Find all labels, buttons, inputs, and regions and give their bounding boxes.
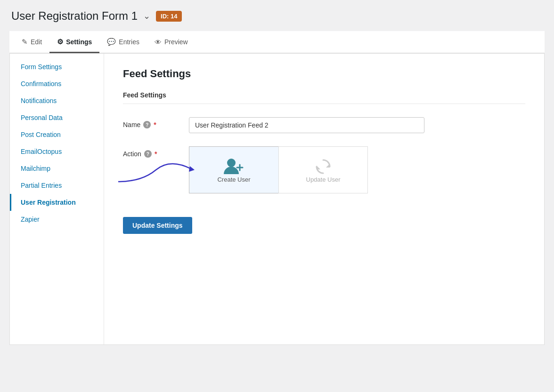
- action-update-user[interactable]: Update User: [278, 146, 368, 193]
- sidebar-item-user-registration[interactable]: User Registration: [10, 194, 104, 211]
- update-settings-button[interactable]: Update Settings: [123, 217, 192, 234]
- create-user-label: Create User: [217, 176, 250, 183]
- update-settings-wrapper: Update Settings: [123, 208, 525, 234]
- sidebar-item-partial-entries[interactable]: Partial Entries: [10, 177, 104, 194]
- section-label: Feed Settings: [123, 91, 525, 104]
- sidebar-item-mailchimp[interactable]: Mailchimp: [10, 160, 104, 177]
- action-options: Create User Update User: [189, 146, 525, 193]
- update-user-label: Update User: [306, 176, 341, 183]
- action-create-user[interactable]: Create User: [189, 146, 278, 193]
- action-help-icon[interactable]: ?: [144, 150, 152, 158]
- tab-settings[interactable]: ⚙ Settings: [49, 31, 99, 53]
- dropdown-arrow-icon[interactable]: ⌄: [143, 11, 150, 21]
- action-form-row: Action ? *: [123, 146, 525, 193]
- sidebar-item-zapier[interactable]: Zapier: [10, 211, 104, 228]
- sidebar-item-emailoctopus[interactable]: EmailOctopus: [10, 143, 104, 160]
- svg-marker-4: [326, 164, 330, 168]
- page-title: User Registration Form 1: [11, 9, 138, 23]
- create-user-icon: [223, 157, 245, 176]
- settings-icon: ⚙: [57, 38, 63, 46]
- update-user-icon: [313, 157, 334, 176]
- tab-preview[interactable]: 👁 Preview: [147, 32, 196, 53]
- name-label: Name ? *: [123, 117, 179, 128]
- sidebar-item-post-creation[interactable]: Post Creation: [10, 126, 104, 143]
- action-control-wrapper: Create User Update User: [189, 146, 525, 193]
- name-input[interactable]: [189, 117, 424, 133]
- name-help-icon[interactable]: ?: [143, 121, 151, 128]
- main-layout: Form Settings Confirmations Notification…: [9, 53, 545, 345]
- name-required-star: *: [154, 121, 156, 128]
- action-label: Action ? *: [123, 146, 179, 158]
- page-header: User Registration Form 1 ⌄ ID: 14: [9, 9, 545, 23]
- content-area: Feed Settings Feed Settings Name ? * Act…: [104, 54, 544, 344]
- sidebar-item-confirmations[interactable]: Confirmations: [10, 75, 104, 92]
- name-form-row: Name ? *: [123, 117, 525, 133]
- tab-edit[interactable]: ✎ Edit: [14, 31, 49, 53]
- id-badge: ID: 14: [156, 11, 182, 22]
- sidebar-item-personal-data[interactable]: Personal Data: [10, 109, 104, 126]
- tabs-bar: ✎ Edit ⚙ Settings 💬 Entries 👁 Preview: [9, 31, 545, 53]
- entries-icon: 💬: [107, 38, 116, 46]
- sidebar-item-notifications[interactable]: Notifications: [10, 92, 104, 109]
- tab-entries[interactable]: 💬 Entries: [99, 31, 147, 53]
- name-control-wrapper: [189, 117, 525, 133]
- edit-icon: ✎: [22, 38, 28, 46]
- svg-marker-5: [317, 166, 320, 169]
- content-title: Feed Settings: [123, 68, 525, 80]
- svg-point-1: [227, 159, 236, 167]
- sidebar-item-form-settings[interactable]: Form Settings: [10, 58, 104, 75]
- sidebar: Form Settings Confirmations Notification…: [10, 54, 104, 344]
- action-required-star: *: [155, 150, 157, 158]
- preview-icon: 👁: [155, 38, 162, 46]
